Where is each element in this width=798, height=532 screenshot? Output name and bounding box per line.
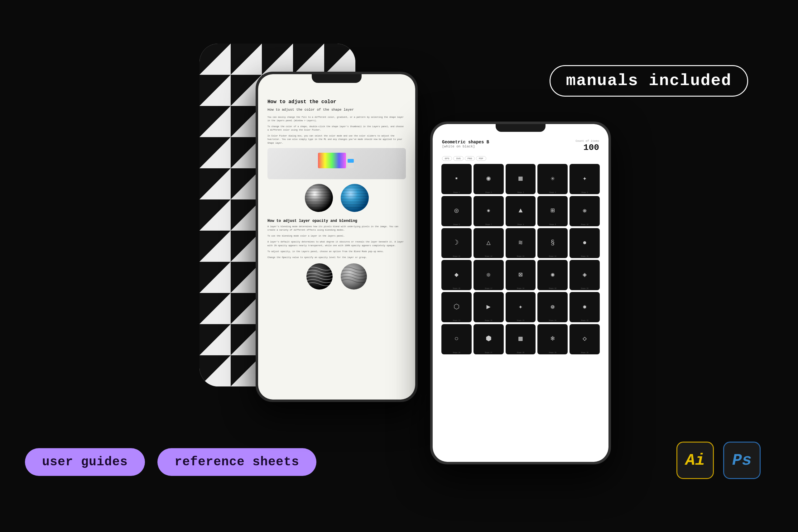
manual-body5: To use the blending mode color a layer i… <box>267 234 406 238</box>
app-icons-container: Ai Ps <box>677 442 761 479</box>
shape-label-3: Shape 3 <box>517 192 524 193</box>
shape-symbol-4: ✳ <box>551 175 554 182</box>
manual-subtitle: How to adjust the color of the shape lay… <box>267 107 406 113</box>
format-svg: SVG <box>453 156 463 161</box>
shape-label-26: Shape 26 <box>453 352 460 354</box>
shape-cell-28: ▩Shape 28 <box>506 324 536 354</box>
bottom-sphere-gray-svg <box>340 262 368 290</box>
manual-body1: You can easily change the fill to a diff… <box>267 116 406 122</box>
shape-cell-4: ✳Shape 4 <box>537 164 568 194</box>
shape-symbol-30: ◇ <box>583 336 587 343</box>
shape-cell-11: ☽Shape 11 <box>441 228 472 258</box>
shape-label-9: Shape 9 <box>549 224 556 226</box>
photoshop-icon: Ps <box>723 442 761 479</box>
shape-cell-1: ▪Shape 1 <box>441 164 472 194</box>
shape-label-7: Shape 7 <box>485 224 492 226</box>
shape-label-16: Shape 16 <box>453 288 460 289</box>
shape-label-10: Shape 10 <box>581 224 589 226</box>
shape-symbol-20: ◈ <box>583 272 587 279</box>
shape-label-22: Shape 22 <box>485 320 492 322</box>
manual-section2-title: How to adjust layer opacity and blending <box>267 219 406 223</box>
shape-cell-30: ◇Shape 30 <box>570 324 600 354</box>
svg-rect-3 <box>318 153 346 168</box>
shape-cell-25: ✸Shape 25 <box>570 292 600 322</box>
shape-symbol-21: ⬡ <box>454 304 459 311</box>
shapes-subtitle: [white on black] <box>442 145 489 148</box>
shape-cell-14: §Shape 14 <box>537 228 568 258</box>
shape-cell-20: ◈Shape 20 <box>570 260 600 290</box>
shape-cell-19: ✺Shape 19 <box>537 260 568 290</box>
shape-cell-10: ❋Shape 10 <box>570 196 600 226</box>
manual-body3: In Color Picker dialog box, you can sele… <box>267 134 406 145</box>
shape-symbol-6: ◎ <box>455 208 458 214</box>
shape-symbol-25: ✸ <box>583 304 587 311</box>
manual-body7: To adjust opacity, in the Layers panel, … <box>267 250 406 253</box>
phone-middle-screen: How to adjust the color How to adjust th… <box>258 74 415 400</box>
shape-symbol-26: ○ <box>455 336 458 343</box>
shape-label-29: Shape 29 <box>549 352 556 354</box>
shape-symbol-15: ● <box>583 240 587 247</box>
shape-symbol-28: ▩ <box>518 336 522 343</box>
shape-label-15: Shape 15 <box>581 255 589 258</box>
shapes-count-block: Count of items 100 <box>575 140 599 152</box>
shape-label-24: Shape 24 <box>549 320 556 322</box>
shape-symbol-7: ✷ <box>487 208 491 214</box>
shape-label-25: Shape 25 <box>581 320 589 322</box>
shape-symbol-22: ▶ <box>487 304 491 311</box>
phone-right: Geometric shapes B [white on black] Coun… <box>430 121 611 464</box>
shape-symbol-18: ⊠ <box>518 272 522 279</box>
shape-cell-12: △Shape 12 <box>474 228 504 258</box>
spheres-section <box>267 182 406 215</box>
shape-label-17: Shape 17 <box>485 288 492 289</box>
shape-symbol-13: ≋ <box>518 240 522 247</box>
shape-cell-3: ▦Shape 3 <box>506 164 536 194</box>
color-picker-image <box>267 148 406 179</box>
shape-label-21: Shape 21 <box>453 320 460 322</box>
shapes-title: Geometric shapes B <box>442 140 489 145</box>
format-png: PNG <box>465 156 475 161</box>
shape-label-2: Shape 2 <box>485 192 492 193</box>
manual-body6: A layer's default opacity determines to … <box>267 240 406 247</box>
shape-label-19: Shape 19 <box>549 288 556 289</box>
phone-notch-right <box>496 124 546 132</box>
shape-symbol-12: △ <box>487 240 491 247</box>
shape-label-28: Shape 28 <box>517 352 524 354</box>
shape-cell-22: ▶Shape 22 <box>474 292 504 322</box>
bottom-sphere-bw-svg <box>305 262 334 290</box>
manual-body2: To change the color of a shape, double-c… <box>267 125 406 132</box>
shape-symbol-23: ✦ <box>518 304 522 311</box>
shape-symbol-9: ⊞ <box>551 208 554 214</box>
shape-label-12: Shape 12 <box>485 255 492 258</box>
bottom-spheres <box>267 262 406 290</box>
format-pdf: PDF <box>476 156 486 161</box>
shapes-title-block: Geometric shapes B [white on black] <box>442 140 489 148</box>
shapes-grid: ▪Shape 1◉Shape 2▦Shape 3✳Shape 4✦Shape 5… <box>440 164 601 354</box>
shape-label-18: Shape 18 <box>517 288 524 289</box>
shape-symbol-17: ❊ <box>487 272 491 279</box>
shape-label-23: Shape 23 <box>517 320 524 322</box>
count-value: 100 <box>575 143 599 152</box>
shape-label-13: Shape 13 <box>517 255 524 258</box>
phone-right-screen: Geometric shapes B [white on black] Coun… <box>433 124 608 462</box>
shape-symbol-27: ⬢ <box>486 336 492 343</box>
shape-label-27: Shape 27 <box>485 352 492 354</box>
shape-cell-5: ✦Shape 5 <box>570 164 600 194</box>
shape-cell-18: ⊠Shape 18 <box>506 260 536 290</box>
shape-symbol-19: ✺ <box>551 272 554 279</box>
sphere-bw-svg <box>303 182 335 213</box>
shape-label-8: Shape 8 <box>517 224 524 226</box>
shape-symbol-29: ❄ <box>551 336 554 343</box>
shape-symbol-14: § <box>551 240 554 247</box>
shape-cell-16: ◆Shape 16 <box>441 260 472 290</box>
shape-symbol-3: ▦ <box>518 175 522 182</box>
user-guides-badge: user guides <box>25 448 145 476</box>
shape-cell-26: ○Shape 26 <box>441 324 472 354</box>
shape-cell-17: ❊Shape 17 <box>474 260 504 290</box>
sphere-blue-svg <box>339 182 370 213</box>
shape-cell-8: ▲Shape 8 <box>506 196 536 226</box>
count-label: Count of items <box>575 140 599 143</box>
shape-cell-7: ✷Shape 7 <box>474 196 504 226</box>
shape-symbol-10: ❋ <box>583 208 587 214</box>
shape-symbol-5: ✦ <box>583 175 587 182</box>
shape-cell-24: ❁Shape 24 <box>537 292 568 322</box>
